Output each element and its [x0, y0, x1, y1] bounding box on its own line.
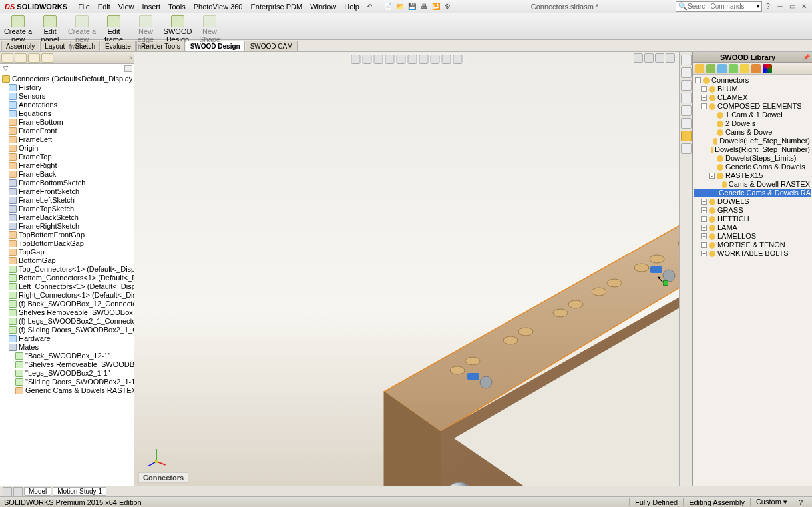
lib-tool-4-icon[interactable] [729, 64, 738, 73]
library-item[interactable]: 2 Dowels [694, 119, 811, 128]
menu-insert[interactable]: Insert [138, 3, 164, 11]
panel-expander-icon[interactable]: » [128, 54, 132, 61]
feature-item[interactable]: FrameLeftSketch [1, 196, 133, 205]
bottom-tabbar[interactable]: Model Motion Study 1 [0, 486, 812, 496]
feature-item[interactable]: (f) Legs_SWOODBox2_1_Connectors<1> (Defa… [1, 317, 133, 326]
menu-window[interactable]: Window [306, 3, 340, 11]
scene-icon[interactable] [431, 55, 440, 64]
save-icon[interactable]: 💾 [407, 1, 417, 12]
feature-item[interactable]: Shelves Removeable_SWOODBox_5_Connectors… [1, 308, 133, 317]
library-item[interactable]: +HETTICH [694, 215, 811, 223]
feature-item[interactable]: Origin [1, 144, 133, 153]
feature-item[interactable]: Equations [1, 109, 133, 118]
graphics-viewport[interactable]: ↖ Connectors [134, 52, 679, 486]
library-item[interactable]: +BLUM [694, 85, 811, 93]
heads-up-toolbar[interactable] [349, 53, 465, 65]
menu-file[interactable]: File [74, 3, 94, 11]
feature-item[interactable]: FrameTopSketch [1, 205, 133, 213]
tab-motion-study[interactable]: Motion Study 1 [53, 487, 106, 496]
feature-item[interactable]: TopBottomBackGap [1, 239, 133, 248]
library-item[interactable]: -RASTEX15 [694, 171, 811, 180]
tab-model[interactable]: Model [24, 487, 51, 496]
close-icon[interactable]: ✕ [799, 1, 809, 12]
feature-item[interactable]: Generic Cams & Dowels RASTEX 1 [1, 386, 133, 395]
zoom-fit-icon[interactable] [351, 55, 361, 64]
feature-item[interactable]: FrameRightSketch [1, 222, 133, 231]
menu-photoview[interactable]: PhotoView 360 [190, 3, 247, 11]
cm-tab-layout[interactable]: Layout [40, 41, 69, 51]
library-item[interactable]: +MORTISE & TENON [694, 241, 811, 249]
feature-item[interactable]: Hardware [1, 334, 133, 343]
section-view-icon[interactable] [385, 55, 395, 64]
window-max-icon[interactable] [644, 53, 654, 63]
feature-item[interactable]: "Back_SWOODBox_12-1" [1, 352, 133, 360]
tree-filter[interactable]: ▽ [0, 64, 134, 73]
cmd-3[interactable]: Editframe [99, 15, 129, 44]
feature-item[interactable]: "Shelves Removeable_SWOODBox_5-1" [1, 360, 133, 369]
swood-resources-icon[interactable] [681, 55, 692, 65]
feature-item[interactable]: FrameLeft [1, 135, 133, 144]
menu-epdm[interactable]: Enterprise PDM [247, 3, 307, 11]
tab-nav-prev-icon[interactable] [3, 487, 12, 496]
minimize-icon[interactable]: ─ [775, 1, 785, 12]
undo-icon[interactable]: ↶ [364, 1, 375, 12]
library-item[interactable]: +WORKTABLE BOLTS [694, 249, 811, 258]
feature-item[interactable]: Sensors [1, 92, 133, 101]
view-settings-icon[interactable] [453, 55, 463, 64]
new-doc-icon[interactable]: 📄 [383, 1, 393, 12]
view-triad[interactable] [145, 446, 168, 468]
lib-tool-5-icon[interactable] [740, 64, 749, 73]
pin-icon[interactable]: 📌 [803, 52, 810, 63]
feature-item[interactable]: FrameFrontSketch [1, 187, 133, 196]
library-item[interactable]: Cams & Dowel [694, 128, 811, 137]
library-item[interactable]: +DOWELS [694, 197, 811, 206]
open-icon[interactable]: 📂 [395, 1, 405, 12]
display-manager-tab-icon[interactable] [41, 53, 53, 63]
feature-item[interactable]: (f) Back_SWOODBox_12_Connectors<1> (Defa… [1, 300, 133, 308]
help-icon[interactable]: ? [763, 1, 773, 12]
feature-item[interactable]: FrameFront [1, 127, 133, 135]
feature-item[interactable]: History [1, 83, 133, 92]
feature-tree-tab-icon[interactable] [1, 53, 13, 63]
menu-edit[interactable]: Edit [94, 3, 114, 11]
design-library-icon[interactable] [681, 67, 692, 78]
feature-item[interactable]: BottomGap [1, 256, 133, 265]
window-min-icon[interactable] [634, 53, 643, 63]
menu-tools[interactable]: Tools [164, 3, 190, 11]
library-item[interactable]: Generic Cams & Dowels [694, 163, 811, 171]
feature-item[interactable]: Mates [1, 343, 133, 352]
library-item[interactable]: 1 Cam & 1 Dowel [694, 111, 811, 119]
library-item[interactable]: -COMPOSED ELEMENTS [694, 102, 811, 111]
library-root[interactable]: -Connectors [694, 76, 811, 85]
file-explorer-icon[interactable] [681, 80, 692, 91]
left-panel-tabs[interactable]: » [0, 52, 134, 64]
library-item[interactable]: Dowels(Left_Step_Number) [694, 137, 811, 145]
status-help-icon[interactable]: ? [793, 498, 808, 506]
view-orient-icon[interactable] [397, 55, 406, 64]
forum-icon[interactable] [681, 143, 692, 154]
feature-item[interactable]: Left_Connectors<1> (Default<_Display St. [1, 282, 133, 291]
feature-item[interactable]: "Sliding Doors_SWOODBox2_1-1" [1, 378, 133, 386]
lib-tool-1-icon[interactable] [695, 64, 704, 73]
cmd-1[interactable]: Editpanel [35, 15, 65, 44]
filter-dropdown-icon[interactable] [124, 65, 132, 72]
feature-item[interactable]: FrameTop [1, 153, 133, 161]
feature-item[interactable]: (f) Sliding Doors_SWOODBox2_1_Connectors… [1, 326, 133, 334]
feature-root[interactable]: Connectors (Default<Default_Display Stat… [1, 75, 133, 83]
config-manager-tab-icon[interactable] [28, 53, 40, 63]
rebuild-icon[interactable]: 🔁 [431, 1, 441, 12]
zoom-area-icon[interactable] [363, 55, 372, 64]
library-item[interactable]: Dowels(Steps_Limits) [694, 154, 811, 163]
library-item[interactable]: +CLAMEX [694, 93, 811, 102]
lib-tool-color-icon[interactable] [763, 64, 772, 73]
appearances-icon[interactable] [681, 105, 692, 116]
feature-item[interactable]: FrameBottomSketch [1, 179, 133, 187]
library-toolbar[interactable] [693, 63, 812, 75]
feature-item[interactable]: Annotations [1, 101, 133, 109]
library-item[interactable]: Generic Cams & Dowels RASTEX [694, 189, 811, 197]
menu-help[interactable]: Help [340, 3, 363, 11]
task-pane-tabs[interactable] [679, 52, 692, 486]
lib-tool-3-icon[interactable] [717, 64, 727, 73]
library-item[interactable]: Cams & Dowell RASTEX [694, 180, 811, 189]
library-item[interactable]: +LAMELLOS [694, 232, 811, 241]
